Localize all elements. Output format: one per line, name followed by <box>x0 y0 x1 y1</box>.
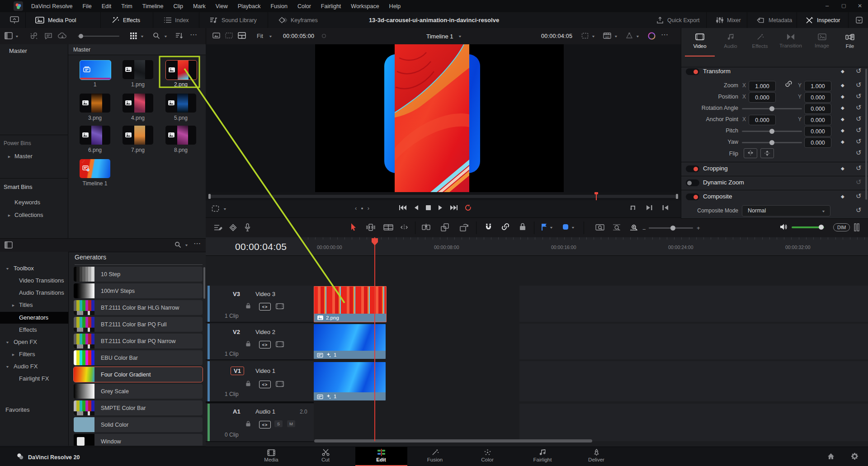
proxy-quality-chevron-icon[interactable]: ▼ <box>614 35 618 38</box>
transform-toggle[interactable] <box>686 68 699 75</box>
track-header-a1[interactable]: A1 Audio 1 2.0 <> S M 0 Clip <box>206 404 314 442</box>
menu-workspace[interactable]: Workspace <box>346 3 384 9</box>
timeline-current-timecode[interactable]: 00:00:04:05 <box>235 241 287 252</box>
viewer-jog-bar[interactable] <box>206 192 681 200</box>
menu-help[interactable]: Help <box>384 3 406 9</box>
metadata-button[interactable]: Metadata <box>757 12 792 28</box>
search-scope-chevron-icon[interactable]: ▼ <box>164 35 168 38</box>
rotation-field[interactable]: 0.000 <box>804 104 831 114</box>
multicam-view-icon[interactable] <box>238 32 246 39</box>
media-clip-name[interactable]: Timeline 1 <box>75 180 115 187</box>
panel-button-sound-library[interactable]: Sound Library <box>210 12 257 28</box>
flag-icon[interactable] <box>541 223 547 231</box>
cropping-toggle[interactable] <box>686 165 699 172</box>
menu-timeline[interactable]: Timeline <box>137 3 169 9</box>
page-fairlight[interactable]: Fairlight <box>522 447 563 464</box>
replace-clip-icon[interactable] <box>460 223 468 231</box>
inspector-scrollbar[interactable] <box>865 69 867 200</box>
media-clip-name[interactable]: 6.png <box>75 147 115 153</box>
window-close-button[interactable]: ✕ <box>858 3 862 9</box>
zoom-y-field[interactable]: 1.000 <box>804 81 831 91</box>
track-name[interactable]: Audio 1 <box>255 408 275 415</box>
generator-item[interactable]: SMPTE Color Bar <box>74 400 203 415</box>
video2-lane[interactable] <box>519 324 868 359</box>
generator-item[interactable]: BT.2111 Color Bar PQ Narrow <box>74 334 203 348</box>
page-fusion[interactable]: Fusion <box>415 447 455 464</box>
tab-image[interactable]: Image <box>809 33 835 48</box>
track-header-v2[interactable]: V2 Video 2 <> 1 Clip <box>206 324 314 360</box>
thumbnail-size-slider[interactable] <box>78 36 119 37</box>
toolbox-chevron-icon[interactable]: ▼ <box>5 267 9 271</box>
menu-clip[interactable]: Clip <box>169 3 189 9</box>
media-clip-name[interactable]: 1.png <box>118 81 158 88</box>
flip-vertical-button[interactable] <box>760 148 774 158</box>
page-deliver[interactable]: Deliver <box>576 447 617 464</box>
timeline-horizontal-scrollbar[interactable] <box>314 439 592 442</box>
view-mode-chevron-icon[interactable]: ▼ <box>140 35 144 38</box>
speaker-icon[interactable] <box>780 223 788 231</box>
tab-effects[interactable]: Effects <box>747 33 773 49</box>
fx-tree-effects[interactable]: Effects <box>19 326 37 333</box>
timeline-zoom-knob[interactable] <box>670 226 675 231</box>
viewer-transform-mode-icon[interactable] <box>212 205 219 212</box>
fx-tree-filters[interactable]: Filters <box>19 351 35 358</box>
pitch-slider[interactable] <box>742 131 802 132</box>
grade-bypass-icon[interactable] <box>647 32 656 40</box>
relink-media-icon[interactable] <box>30 32 38 40</box>
play-around-icon[interactable] <box>646 205 652 211</box>
media-clip-thumbnail[interactable] <box>165 94 196 113</box>
window-minimize-button[interactable]: – <box>826 2 829 9</box>
auto-select-icon[interactable]: <> <box>259 341 271 348</box>
transform-overlay-icon[interactable] <box>626 33 633 39</box>
media-clip-name[interactable]: 4.png <box>118 115 158 121</box>
pitch-keyframe-icon[interactable]: ◆ <box>841 128 844 133</box>
yaw-field[interactable]: 0.000 <box>804 137 831 148</box>
marker-icon[interactable] <box>563 224 568 230</box>
menu-fairlight[interactable]: Fairlight <box>316 3 346 9</box>
generator-item[interactable]: 10 Step <box>74 267 203 282</box>
next-marker-icon[interactable]: › <box>368 205 369 212</box>
audio-meters-toggle-icon[interactable] <box>854 223 859 231</box>
viewer-zoom-select[interactable]: Fit <box>257 33 263 39</box>
rotation-keyframe-icon[interactable]: ◆ <box>841 105 844 110</box>
pitch-knob[interactable] <box>769 129 774 134</box>
track-badge-destination[interactable]: V1 <box>231 367 244 375</box>
media-clip-name[interactable]: 7.png <box>118 147 158 153</box>
transform-overlay-chevron-icon[interactable]: ▼ <box>636 35 640 38</box>
proxy-quality-icon[interactable]: HQ <box>603 33 611 39</box>
track-name[interactable]: Video 3 <box>255 291 275 297</box>
track-badge[interactable]: V2 <box>233 329 240 335</box>
fx-tree-titles[interactable]: Titles <box>19 301 33 308</box>
media-clip-thumbnail[interactable] <box>80 94 110 113</box>
track-header-v1[interactable]: V1 Video 1 <> 1 Clip <box>206 361 314 403</box>
media-clip-thumbnail[interactable] <box>80 126 110 145</box>
anchor-y-field[interactable]: 0.000 <box>804 115 831 125</box>
timeline-ruler[interactable]: 00:00:00:00 00:00:08:00 00:00:16:00 00:0… <box>301 237 868 255</box>
viewer-more-options-icon[interactable]: ⋯ <box>661 30 669 39</box>
menu-file[interactable]: File <box>77 3 96 9</box>
dynamic-zoom-toggle[interactable] <box>686 179 699 186</box>
timeline-clip-v3-selected[interactable]: 2.png <box>314 286 387 322</box>
media-clip-thumbnail[interactable] <box>123 60 153 79</box>
transform-reset-icon[interactable]: ↺ <box>856 67 862 74</box>
viewer-canvas[interactable] <box>315 44 564 192</box>
effects-panel-toggle-icon[interactable] <box>5 241 13 249</box>
media-clip-name[interactable]: 3.png <box>75 115 115 121</box>
effects-search-icon[interactable] <box>175 241 181 248</box>
generator-item[interactable]: Solid Color <box>74 417 203 432</box>
viewer-image-icon[interactable] <box>212 33 220 38</box>
media-clip-name[interactable]: 8.png <box>161 147 201 153</box>
fx-tree-openfx[interactable]: Open FX <box>14 339 37 345</box>
fx-tree-audio-transitions[interactable]: Audio Transitions <box>19 289 64 296</box>
effects-more-options-icon[interactable]: ⋯ <box>193 239 201 248</box>
pitch-reset-icon[interactable]: ↺ <box>856 127 862 133</box>
monitor-volume-knob[interactable] <box>819 225 824 230</box>
tab-file[interactable]: File <box>837 33 863 49</box>
media-pool-more-options-icon[interactable]: ⋯ <box>190 30 198 39</box>
step-back-icon[interactable] <box>414 205 419 211</box>
menu-trim[interactable]: Trim <box>116 3 137 9</box>
auto-select-icon[interactable]: <> <box>259 421 271 428</box>
power-bins-master-chevron-icon[interactable]: ▼ <box>7 155 11 159</box>
timeline-selector-chevron-icon[interactable]: ▼ <box>458 35 462 38</box>
menu-edit[interactable]: Edit <box>97 3 117 9</box>
